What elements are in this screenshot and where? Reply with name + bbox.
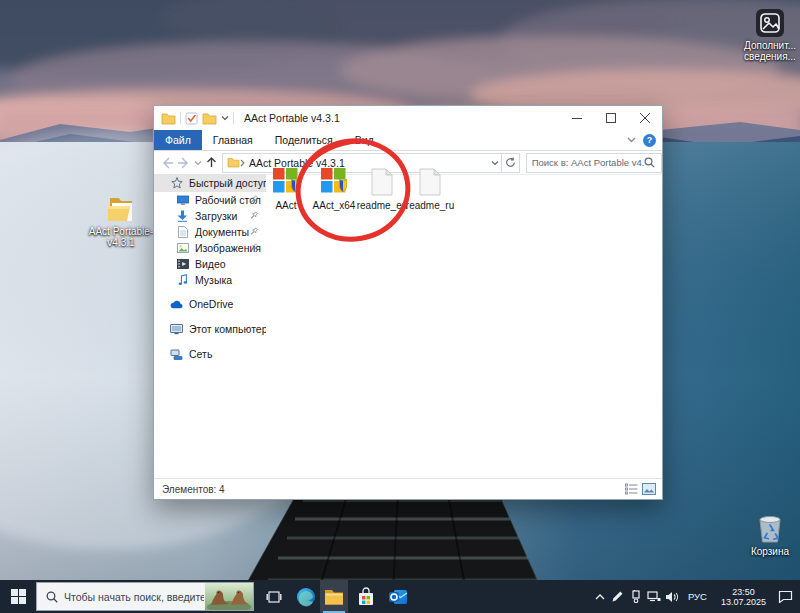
system-tray: РУС 23:50 13.07.2025 xyxy=(592,580,800,613)
sidebar-item-desktop[interactable]: Рабочий стол xyxy=(154,192,266,208)
edge-icon xyxy=(296,587,316,607)
pin-icon xyxy=(250,243,258,252)
title-bar[interactable]: AAct Portable v4.3.1 xyxy=(154,106,662,130)
new-folder-icon[interactable] xyxy=(202,112,217,125)
safely-remove-hardware-button[interactable] xyxy=(628,580,644,613)
minimize-icon xyxy=(572,113,582,123)
taskbar-outlook-button[interactable] xyxy=(384,580,412,613)
file-item-aact[interactable]: AAct xyxy=(262,168,310,288)
ribbon-tabs: Файл Главная Поделиться Вид xyxy=(154,130,662,151)
windows-app-shield-icon xyxy=(321,168,347,196)
taskbar-store-button[interactable] xyxy=(352,580,380,613)
taskbar-edge-button[interactable] xyxy=(292,580,320,613)
sidebar-item-quick-access[interactable]: Быстрый доступ xyxy=(154,174,266,192)
view-switcher xyxy=(625,483,656,495)
forward-icon[interactable] xyxy=(177,157,191,169)
quick-access-toolbar xyxy=(154,112,234,125)
customize-toolbar-chevron-icon[interactable] xyxy=(221,115,229,121)
language-indicator[interactable]: РУС xyxy=(682,591,713,602)
sidebar-item-music[interactable]: Музыка xyxy=(154,272,266,288)
network-icon xyxy=(170,348,183,361)
items-count: Элементов: 4 xyxy=(154,484,225,495)
sidebar-item-documents[interactable]: Документы xyxy=(154,224,266,240)
sidebar-item-onedrive[interactable]: OneDrive xyxy=(154,295,266,313)
close-button[interactable] xyxy=(628,106,662,130)
status-bar: Элементов: 4 xyxy=(154,478,662,499)
quick-access-star-icon xyxy=(170,177,183,190)
pin-icon xyxy=(250,195,258,204)
downloads-arrow-icon xyxy=(176,210,189,223)
text-file-icon xyxy=(369,168,395,196)
tab-file[interactable]: Файл xyxy=(154,130,202,150)
refresh-icon xyxy=(505,157,516,168)
file-name: AAct_x64 xyxy=(313,200,356,211)
explorer-window: AAct Portable v4.3.1 Файл Главная Подели… xyxy=(153,105,663,500)
properties-check-icon[interactable] xyxy=(185,112,198,125)
recent-locations-chevron-icon[interactable] xyxy=(194,160,202,166)
start-button[interactable] xyxy=(0,580,36,613)
sidebar-item-pictures[interactable]: Изображения xyxy=(154,240,266,256)
taskbar-search-box[interactable] xyxy=(36,582,254,611)
text-file-icon xyxy=(417,168,443,196)
music-note-icon xyxy=(176,274,189,287)
minimize-button[interactable] xyxy=(560,106,594,130)
tab-view[interactable]: Вид xyxy=(344,130,385,150)
taskbar-clock[interactable]: 23:50 13.07.2025 xyxy=(715,587,772,607)
window-title: AAct Portable v4.3.1 xyxy=(244,112,340,124)
chevron-up-icon xyxy=(595,594,605,600)
sidebar-item-downloads[interactable]: Загрузки xyxy=(154,208,266,224)
sidebar-item-network[interactable]: Сеть xyxy=(154,345,266,363)
tab-share[interactable]: Поделиться xyxy=(264,130,344,150)
hidden-icons-chevron[interactable] xyxy=(592,580,608,613)
breadcrumb-chevron-icon xyxy=(240,159,246,167)
desktop: AAct Portable- v4.3.1 Дополнит... сведен… xyxy=(0,0,800,613)
search-highlight-picture[interactable] xyxy=(205,583,253,610)
up-icon[interactable] xyxy=(205,156,218,169)
taskbar-explorer-button[interactable] xyxy=(320,580,348,613)
address-folder-icon xyxy=(227,157,240,168)
videos-icon xyxy=(176,258,189,271)
window-controls xyxy=(560,106,662,130)
network-tray-button[interactable] xyxy=(646,580,662,613)
onedrive-cloud-icon xyxy=(170,298,183,311)
breadcrumb[interactable]: AAct Portable v4.3.1 xyxy=(249,157,345,169)
file-item-aact-x64[interactable]: AAct_x64 xyxy=(310,168,358,288)
outlook-icon xyxy=(388,588,408,606)
speaker-icon xyxy=(665,591,679,603)
action-center-icon xyxy=(778,590,793,603)
window-folder-icon xyxy=(161,112,176,125)
file-item-readme-en[interactable]: readme_en xyxy=(358,168,406,288)
action-center-button[interactable] xyxy=(774,580,796,613)
navigation-buttons xyxy=(154,156,222,169)
file-item-readme-ru[interactable]: readme_ru xyxy=(406,168,454,288)
sidebar-item-this-pc[interactable]: Этот компьютер xyxy=(154,320,266,338)
volume-tray-button[interactable] xyxy=(664,580,680,613)
pen-tray-button[interactable] xyxy=(610,580,626,613)
file-name: AAct xyxy=(275,200,296,211)
address-dropdown-chevron-icon[interactable] xyxy=(491,160,499,166)
folder-open-icon xyxy=(104,194,138,224)
back-icon[interactable] xyxy=(160,157,174,169)
taskbar: РУС 23:50 13.07.2025 xyxy=(0,580,800,613)
search-icon xyxy=(644,157,655,168)
maximize-button[interactable] xyxy=(594,106,628,130)
expand-ribbon-chevron-icon[interactable] xyxy=(627,137,636,143)
desktop-icon-aact-folder[interactable]: AAct Portable- v4.3.1 xyxy=(88,194,154,248)
divider xyxy=(180,112,181,124)
desktop-icon-recycle-bin[interactable]: Корзина xyxy=(742,512,798,557)
explorer-search-input[interactable] xyxy=(532,157,644,168)
sidebar-item-videos[interactable]: Видео xyxy=(154,256,266,272)
desktop-icon-info-image[interactable]: Дополнит... сведения... xyxy=(742,8,798,62)
task-view-button[interactable] xyxy=(260,580,288,613)
help-button[interactable]: ? xyxy=(643,134,656,147)
pin-icon xyxy=(250,211,258,220)
tab-home[interactable]: Главная xyxy=(202,130,264,150)
close-icon xyxy=(640,113,650,123)
taskbar-search-input[interactable] xyxy=(64,591,204,603)
thumbnail-view-icon[interactable] xyxy=(642,483,656,495)
ethernet-network-icon xyxy=(647,591,661,603)
file-name: readme_en xyxy=(357,200,408,211)
desktop-icon-label: Корзина xyxy=(751,546,789,557)
task-view-icon xyxy=(266,590,282,604)
details-view-icon[interactable] xyxy=(625,483,638,495)
